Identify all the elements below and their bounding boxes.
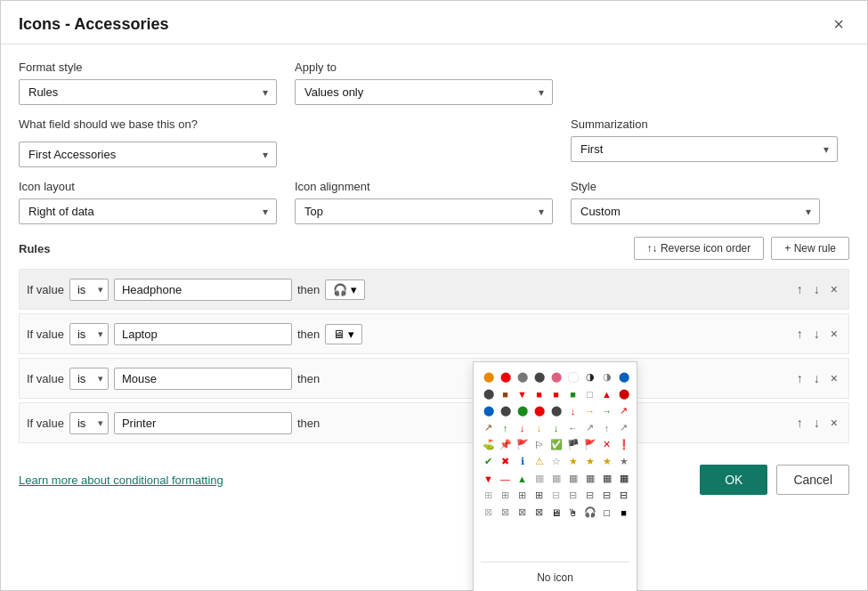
icon-cell[interactable]: ⊞ [481,488,496,503]
icon-cell[interactable]: ⬤ [531,369,547,385]
icon-cell[interactable]: ↗ [616,420,629,435]
conditional-formatting-link[interactable]: Learn more about conditional formatting [19,474,223,487]
rule-2-down-button[interactable]: ↓ [810,325,823,343]
icon-cell[interactable]: ↗ [616,403,629,418]
icon-cell[interactable]: ■ [565,386,580,401]
format-style-select[interactable]: Rules [19,79,277,105]
icon-cell[interactable]: ⛳ [481,437,496,452]
rule-3-down-button[interactable]: ↓ [810,369,823,387]
icon-cell[interactable]: ▦ [582,471,597,486]
icon-cell[interactable]: ⚠ [531,454,547,469]
icon-cell[interactable]: □ [582,386,597,401]
icon-cell[interactable]: 🚩 [582,437,597,452]
icon-cell[interactable]: ⊟ [616,488,629,503]
icon-cell[interactable]: ✕ [599,437,614,452]
icon-cell[interactable]: ⊞ [531,488,547,503]
icon-cell[interactable]: ⊟ [582,488,597,503]
icon-cell[interactable]: ⊟ [599,488,614,503]
icon-cell[interactable]: ⬤ [481,403,496,418]
icon-cell[interactable]: ⬤ [548,369,564,385]
icon-cell[interactable]: ⬤ [531,403,547,418]
cancel-button[interactable]: Cancel [776,465,849,495]
icon-cell[interactable]: 📌 [498,437,513,452]
rule-1-icon-button[interactable]: 🎧 ▾ [325,279,365,300]
rule-4-down-button[interactable]: ↓ [810,414,823,432]
rule-1-delete-button[interactable]: × [827,280,841,298]
rule-2-value-input[interactable] [114,323,292,345]
rule-3-operator-select[interactable]: is [69,368,109,390]
no-icon-button[interactable]: No icon [481,568,629,587]
icon-cell[interactable]: ✖ [498,454,513,469]
rule-1-up-button[interactable]: ↑ [793,280,807,298]
rule-4-operator-select[interactable]: is [69,412,109,434]
rule-2-operator-select[interactable]: is [69,323,109,345]
icon-cell[interactable]: ★ [565,454,580,469]
ok-button[interactable]: OK [700,465,767,495]
rule-1-operator-select[interactable]: is [69,279,109,301]
rule-1-value-input[interactable] [114,279,292,301]
icon-cell[interactable]: ✔ [481,454,496,469]
rule-1-down-button[interactable]: ↓ [810,280,823,298]
field-base-select[interactable]: First Accessories [19,142,277,167]
icon-cell[interactable]: ▼ [515,386,530,401]
icon-cell[interactable]: ■ [498,386,513,401]
icon-cell[interactable]: ⊞ [515,488,530,503]
icon-cell[interactable]: ⊠ [481,505,496,520]
icon-cell[interactable]: ▦ [599,471,614,486]
icon-cell[interactable]: ℹ [515,454,530,469]
icon-cell[interactable]: ⬤ [481,369,496,385]
icon-cell[interactable]: ⬤ [548,403,564,418]
icon-cell[interactable]: ↓ [515,420,530,435]
icon-cell[interactable]: 🖱 [565,505,580,520]
new-rule-button[interactable]: + New rule [771,237,849,260]
icon-cell[interactable]: ⊠ [515,505,530,520]
icon-cell[interactable]: □ [599,505,614,520]
icon-cell[interactable]: ■ [531,386,547,401]
style-select[interactable]: Custom [571,198,820,224]
rule-3-value-input[interactable] [114,368,292,390]
icon-cell[interactable]: ↗ [582,420,597,435]
rule-4-up-button[interactable]: ↑ [793,414,807,432]
icon-cell[interactable]: ☆ [548,454,564,469]
icon-cell[interactable]: 🏴 [565,437,580,452]
icon-cell[interactable]: ▲ [515,471,530,486]
icon-cell[interactable]: ⬤ [515,369,530,385]
rule-3-up-button[interactable]: ↑ [793,369,807,387]
rule-3-delete-button[interactable]: × [827,369,841,387]
icon-alignment-select[interactable]: Top [295,198,553,224]
icon-cell[interactable]: ▦ [531,471,547,486]
icon-cell[interactable]: 🚩 [515,437,530,452]
icon-cell[interactable]: → [582,403,597,418]
icon-cell[interactable]: ▲ [599,386,614,401]
icon-cell[interactable]: ▦ [616,471,629,486]
icon-cell[interactable]: ⬤ [616,386,629,401]
icon-cell[interactable]: ★ [582,454,597,469]
icon-cell[interactable]: ◑ [599,369,614,385]
icon-cell[interactable]: 🏳 [531,437,547,452]
rule-4-value-input[interactable] [114,412,292,434]
icon-cell[interactable]: 🎧 [582,505,597,520]
icon-layout-select[interactable]: Right of data [19,198,277,224]
icon-cell[interactable]: ↑ [498,420,513,435]
icon-cell[interactable]: ◑ [582,369,597,385]
icon-cell[interactable]: ⊟ [548,488,564,503]
icon-cell[interactable]: ⬤ [565,369,580,385]
icon-cell[interactable]: ▼ [481,471,496,486]
rule-2-icon-button[interactable]: 🖥 ▾ [325,324,362,344]
close-button[interactable]: × [828,13,849,35]
icon-cell[interactable]: ⬤ [515,403,530,418]
icon-picker-scroll[interactable]: ⬤ ⬤ ⬤ ⬤ ⬤ ⬤ ◑ ◑ ⬤ ⬤ ■ ▼ ■ ■ ■ □ [481,369,629,556]
icon-cell[interactable]: ⊠ [531,505,547,520]
icon-cell[interactable]: ★ [599,454,614,469]
icon-cell[interactable]: — [498,471,513,486]
apply-to-select[interactable]: Values only [295,79,553,105]
icon-cell[interactable]: ↓ [531,420,547,435]
summarization-select[interactable]: First [571,136,838,162]
icon-cell[interactable]: ↓ [565,403,580,418]
icon-cell[interactable]: ⊟ [565,488,580,503]
rule-2-delete-button[interactable]: × [827,325,841,343]
icon-cell[interactable]: ⊞ [498,488,513,503]
icon-cell[interactable]: ▦ [565,471,580,486]
icon-cell[interactable]: ⬤ [498,369,513,385]
icon-cell[interactable]: 🖥 [548,505,564,520]
